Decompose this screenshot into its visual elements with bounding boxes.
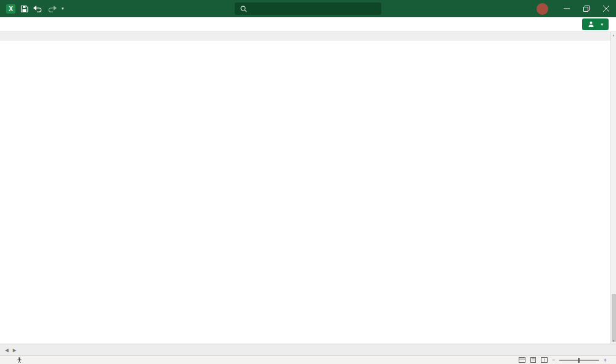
zoom-slider[interactable] bbox=[559, 360, 599, 361]
close-button[interactable] bbox=[596, 0, 616, 17]
scroll-up-icon[interactable]: ▲ bbox=[611, 32, 616, 38]
customize-quick-access-chevron-icon[interactable]: ▾ bbox=[62, 6, 64, 11]
sheet-tab-bar: ◀ ▶ bbox=[0, 344, 616, 355]
status-bar: − + bbox=[0, 355, 616, 364]
save-icon bbox=[20, 5, 28, 13]
zoom-slider-thumb[interactable] bbox=[578, 358, 580, 363]
accessibility-status[interactable] bbox=[11, 357, 30, 363]
tab-scroll-left-icon[interactable]: ◀ bbox=[5, 347, 9, 353]
minimize-button[interactable] bbox=[557, 0, 577, 17]
sheet-tabs bbox=[22, 344, 616, 355]
redo-icon bbox=[47, 5, 57, 12]
search-icon bbox=[240, 6, 247, 12]
normal-view-icon[interactable] bbox=[519, 357, 525, 363]
ribbon-tab-bar: ▾ bbox=[0, 17, 616, 32]
quick-access-toolbar: X ▾ bbox=[0, 4, 68, 14]
avatar[interactable] bbox=[537, 3, 548, 15]
page-layout-view-icon[interactable] bbox=[530, 357, 537, 363]
title-bar-controls bbox=[537, 0, 616, 17]
search-input[interactable] bbox=[235, 2, 381, 15]
share-icon bbox=[588, 21, 594, 28]
status-bar-right: − + bbox=[519, 357, 616, 363]
minimize-icon bbox=[564, 6, 570, 12]
vertical-scrollbar[interactable]: ▲ ▼ bbox=[610, 32, 616, 344]
share-button[interactable]: ▾ bbox=[582, 18, 609, 30]
scroll-down-icon[interactable]: ▼ bbox=[611, 338, 616, 344]
zoom-in-button[interactable]: + bbox=[603, 357, 607, 363]
sheet-tab-nav: ◀ ▶ bbox=[0, 344, 22, 355]
worksheet: ▲ ▼ bbox=[0, 32, 616, 344]
svg-text:X: X bbox=[9, 6, 13, 12]
share-chevron-icon: ▾ bbox=[601, 22, 603, 27]
excel-logo-icon: X bbox=[6, 4, 15, 14]
excel-window: X ▾ ▾ ▲ ▼ bbox=[0, 0, 616, 364]
title-bar: X ▾ bbox=[0, 0, 616, 17]
close-icon bbox=[603, 6, 609, 12]
page-break-view-icon[interactable] bbox=[541, 357, 548, 363]
redo-button[interactable] bbox=[47, 5, 57, 12]
undo-icon bbox=[33, 5, 43, 12]
scrollbar-thumb[interactable] bbox=[612, 294, 616, 342]
restore-button[interactable] bbox=[577, 0, 596, 17]
restore-icon bbox=[583, 6, 590, 12]
accessibility-icon bbox=[17, 357, 22, 363]
save-button[interactable] bbox=[20, 5, 28, 13]
zoom-out-button[interactable]: − bbox=[552, 357, 556, 363]
tab-scroll-right-icon[interactable]: ▶ bbox=[13, 347, 17, 353]
column-headers bbox=[0, 32, 616, 41]
undo-button[interactable] bbox=[33, 5, 43, 12]
